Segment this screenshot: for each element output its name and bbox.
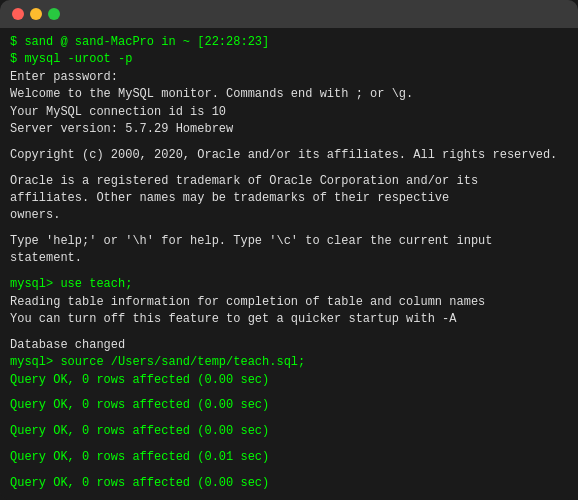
- minimize-button[interactable]: [30, 8, 42, 20]
- terminal-line: Copyright (c) 2000, 2020, Oracle and/or …: [10, 147, 568, 164]
- terminal-line: [10, 225, 568, 233]
- terminal-line: $ sand @ sand-MacPro in ~ [22:28:23]: [10, 34, 568, 51]
- terminal-line: Reading table information for completion…: [10, 294, 568, 311]
- titlebar: [0, 0, 578, 28]
- terminal-line: Database changed: [10, 337, 568, 354]
- terminal-line: owners.: [10, 207, 568, 224]
- terminal-line: Query OK, 0 rows affected (0.00 sec): [10, 397, 568, 414]
- terminal-line: mysql> source /Users/sand/temp/teach.sql…: [10, 354, 568, 371]
- terminal-body[interactable]: $ sand @ sand-MacPro in ~ [22:28:23]$ my…: [0, 28, 578, 500]
- terminal-line: [10, 138, 568, 146]
- terminal-line: [10, 328, 568, 336]
- terminal-line: Enter password:: [10, 69, 568, 86]
- terminal-line: [10, 164, 568, 172]
- terminal-window: $ sand @ sand-MacPro in ~ [22:28:23]$ my…: [0, 0, 578, 500]
- terminal-line: Oracle is a registered trademark of Orac…: [10, 173, 568, 190]
- terminal-line: [10, 389, 568, 397]
- terminal-line: You can turn off this feature to get a q…: [10, 311, 568, 328]
- terminal-line: [10, 492, 568, 500]
- terminal-line: Query OK, 0 rows affected (0.01 sec): [10, 449, 568, 466]
- terminal-line: [10, 268, 568, 276]
- terminal-line: Welcome to the MySQL monitor. Commands e…: [10, 86, 568, 103]
- terminal-line: [10, 415, 568, 423]
- terminal-line: Your MySQL connection id is 10: [10, 104, 568, 121]
- terminal-line: Server version: 5.7.29 Homebrew: [10, 121, 568, 138]
- terminal-line: Query OK, 0 rows affected (0.00 sec): [10, 423, 568, 440]
- terminal-line: Query OK, 0 rows affected (0.00 sec): [10, 372, 568, 389]
- terminal-line: Type 'help;' or '\h' for help. Type '\c'…: [10, 233, 568, 268]
- terminal-output: $ sand @ sand-MacPro in ~ [22:28:23]$ my…: [10, 34, 568, 500]
- traffic-lights: [12, 8, 60, 20]
- terminal-line: Query OK, 0 rows affected (0.00 sec): [10, 475, 568, 492]
- terminal-line: [10, 441, 568, 449]
- maximize-button[interactable]: [48, 8, 60, 20]
- terminal-line: $ mysql -uroot -p: [10, 51, 568, 68]
- terminal-line: mysql> use teach;: [10, 276, 568, 293]
- close-button[interactable]: [12, 8, 24, 20]
- terminal-line: [10, 466, 568, 474]
- terminal-line: affiliates. Other names may be trademark…: [10, 190, 568, 207]
